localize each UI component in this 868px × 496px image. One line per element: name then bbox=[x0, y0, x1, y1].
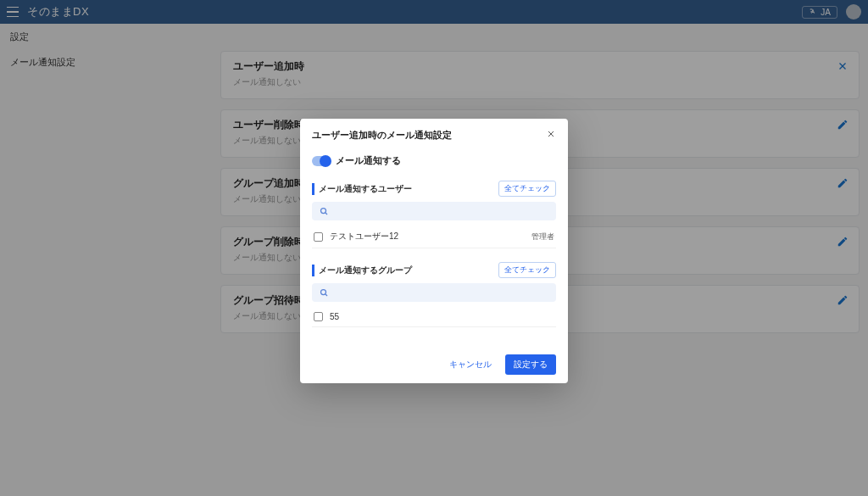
cancel-button[interactable]: キャンセル bbox=[442, 354, 498, 375]
modal-overlay[interactable]: ユーザー追加時のメール通知設定 メール通知する メール通知するユーザー 全てチェ… bbox=[0, 0, 868, 496]
group-search-field[interactable] bbox=[334, 288, 549, 298]
user-checkbox[interactable] bbox=[314, 232, 323, 242]
user-search-input[interactable] bbox=[312, 202, 556, 220]
dialog-mail-notify: ユーザー追加時のメール通知設定 メール通知する メール通知するユーザー 全てチェ… bbox=[300, 119, 568, 383]
submit-button[interactable]: 設定する bbox=[505, 354, 556, 375]
check-all-users-button[interactable]: 全てチェック bbox=[498, 181, 556, 197]
group-section-title: メール通知するグループ bbox=[312, 265, 412, 276]
search-icon bbox=[319, 206, 329, 216]
user-name: テストユーザー12 bbox=[330, 231, 531, 242]
dialog-title: ユーザー追加時のメール通知設定 bbox=[312, 129, 452, 142]
group-row: 55 bbox=[312, 307, 556, 327]
group-checkbox[interactable] bbox=[314, 312, 323, 321]
group-name: 55 bbox=[330, 312, 554, 321]
user-section-title: メール通知するユーザー bbox=[312, 183, 412, 195]
svg-point-0 bbox=[321, 209, 326, 214]
check-all-groups-button[interactable]: 全てチェック bbox=[498, 262, 556, 278]
svg-point-1 bbox=[321, 290, 326, 295]
notify-toggle-label: メール通知する bbox=[336, 155, 401, 167]
close-icon[interactable] bbox=[546, 129, 556, 142]
user-search-field[interactable] bbox=[334, 207, 549, 216]
group-search-input[interactable] bbox=[312, 283, 556, 302]
notify-toggle[interactable] bbox=[312, 156, 331, 166]
user-role: 管理者 bbox=[531, 231, 554, 242]
user-row: テストユーザー12 管理者 bbox=[312, 226, 556, 248]
search-icon bbox=[319, 287, 329, 298]
